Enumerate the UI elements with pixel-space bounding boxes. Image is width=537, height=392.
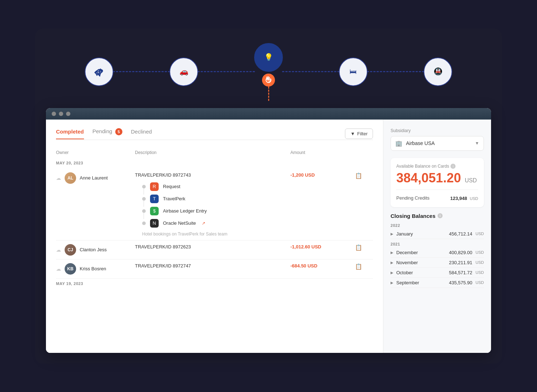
tabs-bar: Completed Pending 5 Declined ▼ Filter bbox=[56, 128, 373, 140]
flight-icon-circle[interactable]: ✈ bbox=[85, 57, 113, 86]
step-dot-1 bbox=[142, 185, 146, 188]
step-label-netsuite: Oracle NetSuite bbox=[163, 220, 196, 226]
workflow-steps: R Request T TravelPerk $ A bbox=[142, 181, 290, 229]
tab-declined[interactable]: Declined bbox=[131, 129, 152, 139]
travel-hub-icon-circle[interactable]: 💡 bbox=[254, 43, 283, 72]
step-travel-hub[interactable]: 💡 ↻ bbox=[254, 43, 283, 101]
table-header: Owner Description Amount bbox=[56, 149, 373, 158]
closing-usd-october: USD bbox=[476, 270, 484, 275]
owner-cell-kriss: ☁ KB Kriss Bosren bbox=[56, 263, 135, 275]
car-icon-circle[interactable]: 🚗 bbox=[169, 57, 198, 86]
avatar-anne: AL bbox=[65, 172, 76, 184]
closing-row-october[interactable]: ▶ October 584,571.72 USD bbox=[391, 268, 484, 278]
closing-row-january[interactable]: ▶ January 456,712.14 USD bbox=[391, 229, 484, 239]
connector-3 bbox=[282, 71, 340, 72]
closing-usd-january: USD bbox=[476, 232, 484, 236]
balance-card: Available Balance on Cards i 384,051.20 … bbox=[391, 158, 484, 207]
table-row: ☁ KB Kriss Bosren TRAVELPERK/ID 8972747 … bbox=[56, 260, 373, 279]
cloud-icon: ☁ bbox=[56, 175, 61, 181]
step-label-travelperk: TravelPerk bbox=[163, 196, 185, 201]
date-group-2: MAY 19, 2023 bbox=[56, 281, 373, 286]
step-netsuite: N Oracle NetSuite ↗ bbox=[142, 217, 290, 229]
svg-text:💡: 💡 bbox=[264, 53, 273, 61]
month-october: October bbox=[396, 270, 447, 275]
receipt-icon-clanton[interactable]: 📋 bbox=[355, 244, 373, 251]
workflow-bar: ✈ 🚗 💡 bbox=[46, 39, 491, 101]
description-cell-clanton: TRAVELPERK/ID 8972623 bbox=[135, 244, 290, 249]
step-car[interactable]: 🚗 bbox=[169, 57, 198, 86]
closing-info-icon[interactable]: i bbox=[438, 213, 443, 218]
svg-text:↻: ↻ bbox=[267, 77, 271, 83]
year-2021: 2021 bbox=[391, 242, 484, 246]
step-train[interactable]: 🚇 bbox=[424, 57, 452, 86]
amount-kriss: -684.50 USD bbox=[290, 263, 355, 269]
external-link-icon[interactable]: ↗ bbox=[202, 221, 205, 226]
description-cell-anne: TRAVELPERK/ID 8972743 R Request T bbox=[135, 172, 290, 237]
arrow-icon-jan: ▶ bbox=[391, 232, 394, 236]
window-content: Completed Pending 5 Declined ▼ Filter Ow… bbox=[46, 120, 491, 353]
closing-row-november[interactable]: ▶ November 230,211.91 USD bbox=[391, 258, 484, 268]
description-cell-kriss: TRAVELPERK/ID 8972747 bbox=[135, 263, 290, 269]
owner-name-clanton: Clanton Jess bbox=[80, 247, 107, 252]
col-actions bbox=[355, 150, 373, 155]
window-titlebar bbox=[46, 108, 491, 120]
month-january: January bbox=[396, 231, 447, 237]
cloud-icon-2: ☁ bbox=[56, 247, 61, 253]
balance-currency: USD bbox=[465, 177, 477, 183]
tab-completed[interactable]: Completed bbox=[56, 129, 84, 139]
chevron-down-icon: ▼ bbox=[475, 141, 479, 146]
subsidiary-label: Subsidiary bbox=[391, 128, 484, 133]
month-september: September bbox=[396, 280, 447, 285]
closing-value-december: 400,829.00 bbox=[449, 250, 472, 255]
avatar-clanton: CJ bbox=[65, 244, 76, 256]
receipt-icon-anne[interactable]: 📋 bbox=[355, 172, 373, 179]
closing-row-september[interactable]: ▶ September 435,575.90 USD bbox=[391, 278, 484, 288]
step-hotel[interactable]: 🛏 bbox=[339, 57, 368, 86]
subsidiary-name: Airbase USA bbox=[406, 140, 471, 146]
subsidiary-select[interactable]: 🏢 Airbase USA ▼ bbox=[391, 136, 484, 151]
svg-text:🛏: 🛏 bbox=[350, 67, 357, 75]
hotel-icon-circle[interactable]: 🛏 bbox=[339, 57, 368, 86]
step-dot-4 bbox=[142, 221, 146, 225]
pending-badge: 5 bbox=[115, 128, 122, 135]
train-icon-circle[interactable]: 🚇 bbox=[424, 57, 452, 86]
tab-pending[interactable]: Pending 5 bbox=[93, 128, 122, 140]
receipt-icon-kriss[interactable]: 📋 bbox=[355, 263, 373, 270]
main-window: Completed Pending 5 Declined ▼ Filter Ow… bbox=[46, 108, 491, 353]
right-panel: Subsidiary 🏢 Airbase USA ▼ Available Bal… bbox=[383, 120, 491, 353]
traffic-dot-2 bbox=[59, 112, 63, 116]
connector-2 bbox=[197, 71, 255, 72]
owner-name-kriss: Kriss Bosren bbox=[80, 266, 106, 271]
owner-cell-anne: ☁ AL Anne Laurent bbox=[56, 172, 135, 184]
pending-value-container: 123,948 USD bbox=[450, 195, 478, 201]
pending-row: Pending Credits 123,948 USD bbox=[396, 190, 478, 201]
closing-section: Closing Balances i 2022 ▶ January 456,71… bbox=[391, 213, 484, 288]
amount-anne: -1,200 USD bbox=[290, 172, 355, 178]
arrow-icon-sep: ▶ bbox=[391, 281, 394, 285]
table-row: ☁ CJ Clanton Jess TRAVELPERK/ID 8972623 … bbox=[56, 241, 373, 260]
main-panel: Completed Pending 5 Declined ▼ Filter Ow… bbox=[46, 120, 383, 353]
col-amount: Amount bbox=[290, 150, 355, 155]
closing-title: Closing Balances i bbox=[391, 213, 484, 219]
closing-value-january: 456,712.14 bbox=[449, 231, 472, 237]
refresh-icon: ↻ bbox=[262, 74, 275, 87]
owner-cell-clanton: ☁ CJ Clanton Jess bbox=[56, 244, 135, 256]
filter-button[interactable]: ▼ Filter bbox=[345, 129, 373, 139]
step-flight[interactable]: ✈ bbox=[85, 57, 113, 86]
closing-value-november: 230,211.91 bbox=[449, 260, 472, 265]
balance-info-icon[interactable]: i bbox=[450, 164, 456, 169]
balance-amount-container: 384,051.20 USD bbox=[396, 172, 478, 185]
app-container: ✈ 🚗 💡 bbox=[35, 29, 502, 364]
pending-currency: USD bbox=[470, 196, 478, 201]
connector-down: ↻ bbox=[262, 72, 275, 101]
cloud-icon-3: ☁ bbox=[56, 266, 61, 272]
step-dot-3 bbox=[142, 209, 146, 213]
svg-text:🚗: 🚗 bbox=[179, 67, 188, 76]
closing-row-december[interactable]: ▶ December 400,829.00 USD bbox=[391, 248, 484, 258]
closing-value-october: 584,571.72 bbox=[449, 270, 472, 275]
traffic-dot-1 bbox=[52, 112, 56, 116]
svg-text:🚇: 🚇 bbox=[434, 67, 443, 76]
filter-icon: ▼ bbox=[350, 131, 355, 136]
closing-usd-september: USD bbox=[476, 280, 484, 285]
connector-4 bbox=[367, 71, 424, 72]
